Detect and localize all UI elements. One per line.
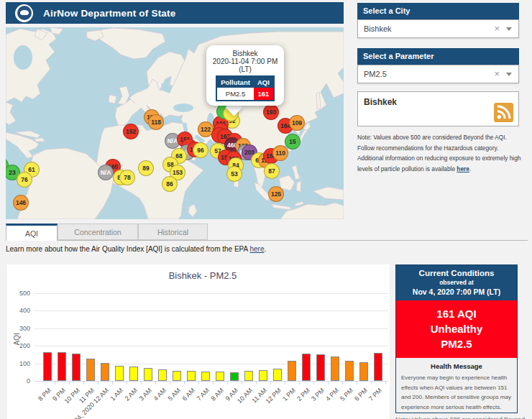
chart-bar[interactable]: [115, 366, 124, 381]
parameter-select[interactable]: PM2.5 ×: [357, 65, 519, 83]
chart-x-tick: [141, 381, 142, 385]
app-title: AirNow Department of State: [43, 8, 175, 19]
chart-x-tick: [285, 381, 285, 385]
select-parameter-header: Select a Parameter: [357, 48, 519, 65]
aqi-marker[interactable]: 125: [268, 186, 284, 202]
chart-bar[interactable]: [288, 361, 296, 381]
chart-bar[interactable]: [244, 371, 253, 381]
tab-aqi[interactable]: AQI: [6, 224, 58, 241]
chart-bar[interactable]: [216, 372, 224, 381]
aqi-marker[interactable]: 53: [226, 166, 242, 182]
chart-bar[interactable]: [144, 368, 152, 381]
chart-x-tick: [242, 381, 242, 385]
bottom-note: Note: Values above 500 are considered Be…: [395, 416, 529, 419]
chart-x-tick: [198, 381, 199, 385]
city-dropdown-arrow-icon[interactable]: [506, 27, 512, 31]
app-header: AirNow Department of State: [6, 2, 344, 24]
city-select[interactable]: Bishkek ×: [357, 19, 519, 38]
parameter-clear-icon[interactable]: ×: [494, 65, 500, 83]
cc-title: Current Conditions: [396, 269, 517, 277]
current-conditions-header: Current Conditions observed at Nov 4, 20…: [396, 265, 517, 300]
cc-pollutant: PM2.5: [396, 336, 517, 351]
world-aqi-map[interactable]: 28236176146152116118N/A151152N/A13796685…: [6, 27, 344, 219]
chart-gridline: [35, 381, 388, 382]
chart-x-tick: [83, 381, 84, 385]
parameter-select-value: PM2.5: [364, 70, 387, 78]
aqi-marker[interactable]: 110: [272, 145, 288, 161]
aqi-marker[interactable]: 109: [289, 115, 305, 131]
aqi-marker[interactable]: 76: [17, 172, 32, 188]
chart-bar[interactable]: [129, 367, 138, 381]
chart-x-tick: [55, 381, 55, 385]
chart-y-tick-label: 300: [9, 325, 30, 332]
chart-bar[interactable]: [374, 353, 382, 381]
chart-bar[interactable]: [201, 372, 210, 381]
chart-title: Bishkek - PM2.5: [7, 270, 390, 281]
aqi-bar-chart: Bishkek - PM2.5 AQI 01002003004005008 PM…: [7, 264, 390, 419]
chart-bar[interactable]: [43, 352, 52, 381]
chart-bar[interactable]: [173, 371, 181, 381]
chart-x-tick: [170, 381, 170, 385]
aqi-marker[interactable]: 96: [193, 142, 208, 158]
chart-bar[interactable]: [187, 371, 196, 381]
parameter-dropdown-arrow-icon[interactable]: [506, 73, 512, 76]
chart-bar[interactable]: [316, 354, 325, 381]
cc-health-message: Health Message Everyone may begin to exp…: [396, 362, 517, 412]
chart-bar[interactable]: [230, 372, 239, 381]
state-department-seal-icon: [15, 4, 33, 22]
chart-x-tick: [357, 381, 357, 385]
chart-bar[interactable]: [331, 356, 339, 381]
chart-x-tick: [127, 381, 127, 385]
chart-x-tick: [328, 381, 329, 385]
map-popup: Bishkek 2020-11-04 7:00 PM (LT) Pollutan…: [206, 45, 284, 106]
cc-health-title: Health Message: [396, 362, 517, 370]
chart-x-tick: [371, 381, 372, 385]
tab-concentration[interactable]: Concentration: [58, 224, 138, 240]
chart-y-tick-label: 0: [9, 377, 30, 385]
chart-x-tick: [256, 381, 257, 385]
chart-bar[interactable]: [259, 370, 267, 381]
chart-bar[interactable]: [58, 352, 66, 381]
chart-gridline: [35, 293, 388, 294]
chart-bar[interactable]: [302, 354, 311, 381]
chart-bar[interactable]: [86, 359, 95, 381]
chart-bar[interactable]: [72, 354, 81, 381]
chart-x-tick: [112, 381, 113, 385]
chart-bar[interactable]: [359, 362, 368, 381]
cc-datetime: Nov 4, 2020 7:00 PM (LT): [396, 287, 517, 296]
popup-city: Bishkek: [206, 50, 284, 57]
epa-here-link[interactable]: here: [249, 245, 264, 253]
chart-gridline: [35, 310, 388, 311]
tab-historical[interactable]: Historical: [138, 224, 208, 240]
sidebar-note: Note: Values above 500 are considered Be…: [357, 132, 524, 174]
chart-bar[interactable]: [273, 369, 282, 381]
aqi-marker[interactable]: 152: [123, 124, 139, 139]
aqi-marker[interactable]: 87: [264, 163, 280, 179]
tab-divider: [6, 240, 528, 241]
aqi-marker[interactable]: 89: [138, 160, 154, 176]
aqi-marker[interactable]: 118: [148, 114, 164, 130]
aqi-marker[interactable]: 78: [119, 170, 135, 185]
city-clear-icon[interactable]: ×: [494, 20, 500, 37]
chart-bar[interactable]: [101, 363, 109, 381]
popup-datetime: 2020-11-04 7:00 PM: [206, 57, 284, 65]
rss-icon[interactable]: [494, 103, 513, 122]
chart-bar[interactable]: [345, 361, 354, 381]
chart-x-tick: [227, 381, 228, 385]
popup-table: Pollutant AQI PM2.5 161: [216, 75, 275, 101]
aqi-marker[interactable]: N/A: [98, 165, 114, 180]
aqi-marker[interactable]: 193: [263, 104, 279, 120]
chart-y-tick-label: 200: [9, 342, 30, 349]
aqi-marker[interactable]: 15: [285, 134, 301, 149]
chart-bar[interactable]: [158, 369, 167, 381]
chart-x-tick: [98, 381, 98, 385]
aqi-marker[interactable]: 146: [13, 195, 29, 211]
chart-x-tick: [342, 381, 343, 385]
note-here-link[interactable]: here: [457, 165, 469, 172]
rss-box: Bishkek: [357, 91, 519, 126]
chart-x-tick: [299, 381, 300, 385]
chart-x-tick: [184, 381, 185, 385]
aqi-marker[interactable]: 86: [162, 176, 178, 192]
chart-gridline: [35, 346, 388, 346]
chart-x-tick: [313, 381, 314, 385]
